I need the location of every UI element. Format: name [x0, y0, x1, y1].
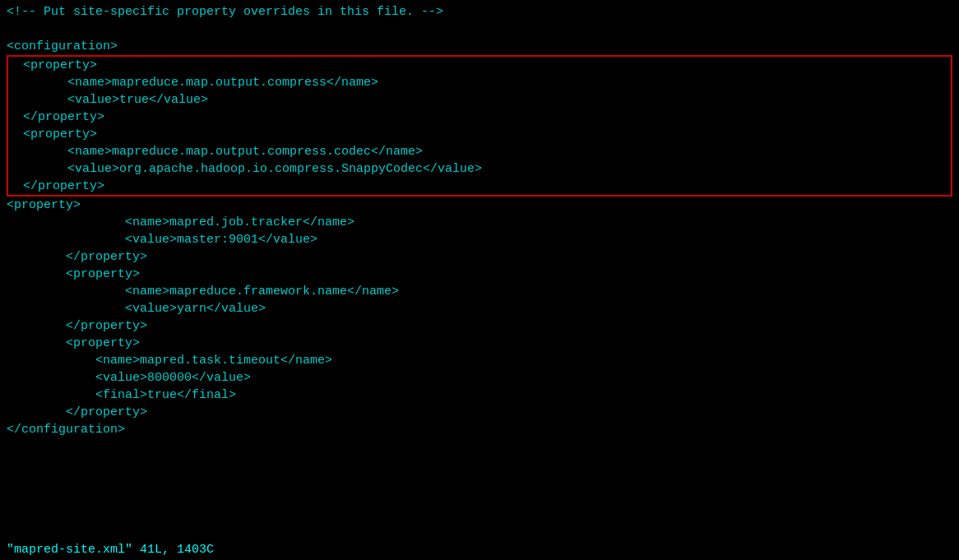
- line-prop5-close: </property>: [7, 404, 952, 421]
- line-value3: <value>master:9001</value>: [7, 231, 952, 248]
- line-value4: <value>yarn</value>: [7, 300, 952, 317]
- line-prop4-close: </property>: [7, 317, 952, 335]
- line-prop5-open: <property>: [7, 335, 952, 352]
- line-prop3-open: <property>: [7, 197, 952, 214]
- status-text: "mapred-site.xml" 41L, 1403C: [7, 543, 214, 557]
- line-prop3-close: </property>: [7, 248, 952, 266]
- line-blank1: [7, 21, 952, 38]
- line-name1: <name>mapreduce.map.output.compress</nam…: [8, 74, 951, 91]
- editor-container: <!-- Put site-specific property override…: [0, 0, 959, 560]
- line-name4: <name>mapreduce.framework.name</name>: [7, 283, 952, 300]
- code-content: <!-- Put site-specific property override…: [7, 3, 952, 438]
- highlight-region: <property> <name>mapreduce.map.output.co…: [7, 55, 952, 197]
- line-name2: <name>mapreduce.map.output.compress.code…: [8, 143, 951, 160]
- line-value5: <value>800000</value>: [7, 369, 952, 386]
- line-comment: <!-- Put site-specific property override…: [7, 3, 952, 21]
- line-prop4-open: <property>: [7, 266, 952, 283]
- line-name5: <name>mapred.task.timeout</name>: [7, 352, 952, 369]
- line-config-open: <configuration>: [7, 38, 952, 55]
- line-name3: <name>mapred.job.tracker</name>: [7, 214, 952, 231]
- line-value1: <value>true</value>: [8, 91, 951, 109]
- line-prop2-close: </property>: [8, 178, 951, 195]
- line-final5: <final>true</final>: [7, 386, 952, 404]
- line-prop2-open: <property>: [8, 126, 951, 143]
- line-value2: <value>org.apache.hadoop.io.compress.Sna…: [8, 160, 951, 178]
- line-prop1-open: <property>: [8, 57, 951, 74]
- status-bar: "mapred-site.xml" 41L, 1403C: [0, 539, 959, 560]
- line-prop1-close: </property>: [8, 109, 951, 126]
- line-config-close: </configuration>: [7, 421, 952, 438]
